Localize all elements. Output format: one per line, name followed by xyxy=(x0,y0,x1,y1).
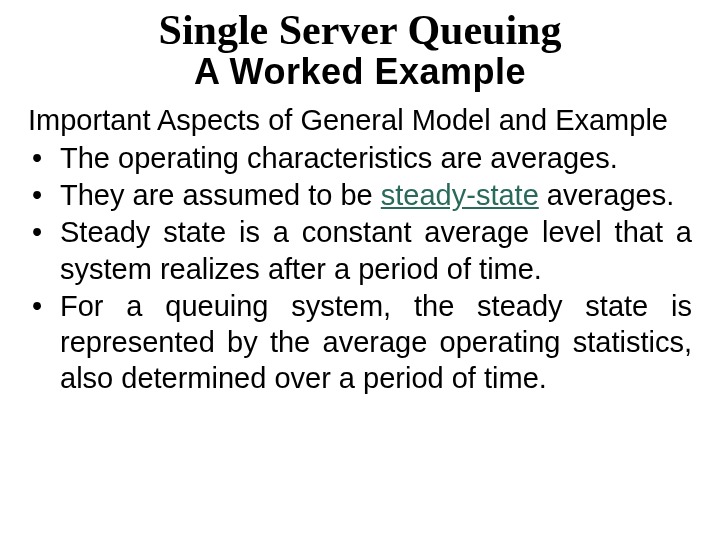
list-item: They are assumed to be steady-state aver… xyxy=(28,177,692,213)
section-heading: Important Aspects of General Model and E… xyxy=(28,102,692,138)
steady-state-term: steady-state xyxy=(381,179,539,211)
bullet-list: The operating characteristics are averag… xyxy=(28,140,692,397)
slide-title-main: Single Server Queuing xyxy=(28,8,692,52)
bullet-text-post: averages. xyxy=(539,179,674,211)
slide-title-sub: A Worked Example xyxy=(28,52,692,92)
list-item: The operating characteristics are averag… xyxy=(28,140,692,176)
bullet-text-pre: They are assumed to be xyxy=(60,179,381,211)
list-item: Steady state is a constant average level… xyxy=(28,214,692,287)
list-item: For a queuing system, the steady state i… xyxy=(28,288,692,397)
